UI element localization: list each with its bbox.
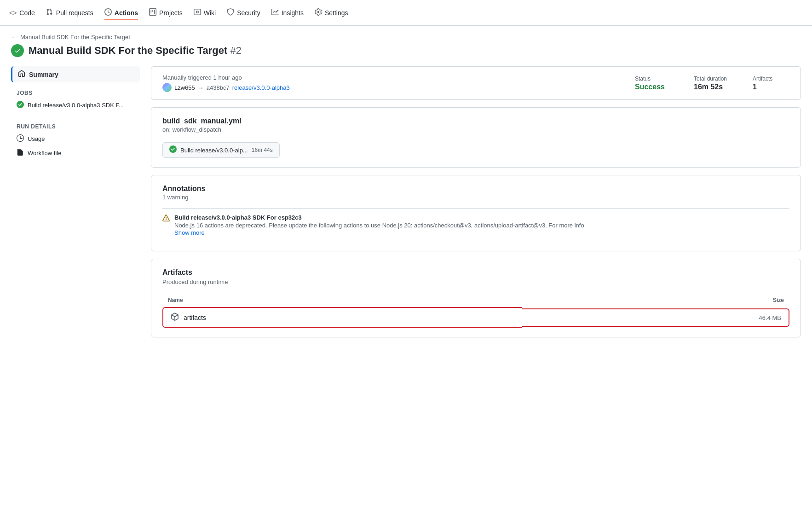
sidebar-usage[interactable]: Usage [11,132,140,146]
commit-icon: → [198,84,204,91]
content-area: Manually triggered 1 hour ago Lzw655 → a… [151,66,801,337]
workflow-trigger: on: workflow_dispatch [162,126,789,133]
clock-icon [17,134,24,143]
wiki-icon [194,8,201,17]
sidebar-run-details: Run details Usage Workflow file [11,116,140,160]
annotation-content: Build release/v3.0.0-alpha3 SDK For esp3… [174,214,789,236]
workflow-inner: build_sdk_manual.yml on: workflow_dispat… [151,108,800,167]
artifact-size: 46.4 MB [759,314,781,321]
artifacts-panel: Artifacts Produced during runtime Name S… [151,259,801,337]
nav-actions[interactable]: Actions [104,6,138,20]
artifact-row[interactable]: artifacts 46.4 MB [162,307,789,328]
sidebar-summary[interactable]: Summary [11,66,140,82]
top-nav: <> Code Pull requests Actions Projects W… [0,0,812,26]
trigger-info: Manually triggered 1 hour ago Lzw655 → a… [162,74,613,92]
artifacts-column: Artifacts 1 [753,75,789,91]
artifacts-title: Artifacts [162,268,789,277]
annotations-title: Annotations [162,185,789,193]
projects-icon [149,8,156,17]
nav-insights[interactable]: Insights [271,6,304,20]
artifact-name: artifacts [184,314,206,321]
nav-code[interactable]: <> Code [9,6,35,19]
home-icon [18,70,25,79]
status-column: Status Success [635,75,672,91]
show-more-link[interactable]: Show more [174,229,205,236]
annotations-subtitle: 1 warning [162,194,789,201]
branch-link[interactable]: release/v3.0.0-alpha3 [232,84,290,91]
artifacts-count: 1 [753,83,789,91]
workflow-panel: build_sdk_manual.yml on: workflow_dispat… [151,107,801,168]
job-success-icon [17,101,24,110]
duration-column: Total duration 16m 52s [694,75,731,91]
status-row: Manually triggered 1 hour ago Lzw655 → a… [151,67,800,99]
main-layout: Summary Jobs Build release/v3.0.0-alpha3… [11,66,801,337]
sidebar-jobs-label: Jobs [11,82,140,98]
workflow-name: build_sdk_manual.yml [162,117,789,125]
nav-settings[interactable]: Settings [315,6,348,20]
nav-pull-requests[interactable]: Pull requests [46,6,93,20]
sidebar-run-details-label: Run details [11,116,140,132]
nav-projects[interactable]: Projects [149,6,183,20]
status-value: Success [635,83,672,91]
name-col-header: Name [162,293,522,307]
sidebar: Summary Jobs Build release/v3.0.0-alpha3… [11,66,140,337]
nav-security[interactable]: Security [227,6,260,20]
artifacts-subtitle: Produced during runtime [162,279,789,285]
pull-requests-icon [46,8,53,17]
trigger-user-row: Lzw655 → a438bc7 release/v3.0.0-alpha3 [162,83,613,92]
avatar [162,83,172,92]
page-content: ← Manual Build SDK For the Specific Targ… [0,26,812,345]
back-arrow-icon: ← [11,33,17,41]
sidebar-workflow-file[interactable]: Workflow file [11,146,140,160]
job-success-circle-icon [169,145,177,155]
settings-icon [315,8,322,17]
sidebar-job-item[interactable]: Build release/v3.0.0-alpha3 SDK F... [11,98,140,112]
actions-icon [104,8,112,17]
warning-icon [162,215,170,236]
annotation-row: Build release/v3.0.0-alpha3 SDK For esp3… [162,208,789,242]
workflow-file-icon [17,149,24,157]
nav-wiki[interactable]: Wiki [194,6,216,20]
duration-value: 16m 52s [694,83,731,91]
page-title: Manual Build SDK For the Specific Target… [29,45,242,57]
artifact-package-icon [171,313,179,322]
artifacts-table: Name Size [162,293,789,328]
insights-icon [271,8,279,17]
status-success-icon [11,44,24,57]
code-icon: <> [9,9,17,17]
page-title-row: Manual Build SDK For the Specific Target… [11,44,801,57]
breadcrumb[interactable]: ← Manual Build SDK For the Specific Targ… [11,33,801,41]
artifacts-inner: Artifacts Produced during runtime Name S… [151,259,800,337]
status-panel: Manually triggered 1 hour ago Lzw655 → a… [151,66,801,100]
security-icon [227,8,234,17]
annotations-panel: Annotations 1 warning Build release/v3.0… [151,175,801,251]
job-button[interactable]: Build release/v3.0.0-alp... 16m 44s [162,142,280,158]
annotations-inner: Annotations 1 warning Build release/v3.0… [151,175,800,251]
size-col-header: Size [522,293,789,307]
